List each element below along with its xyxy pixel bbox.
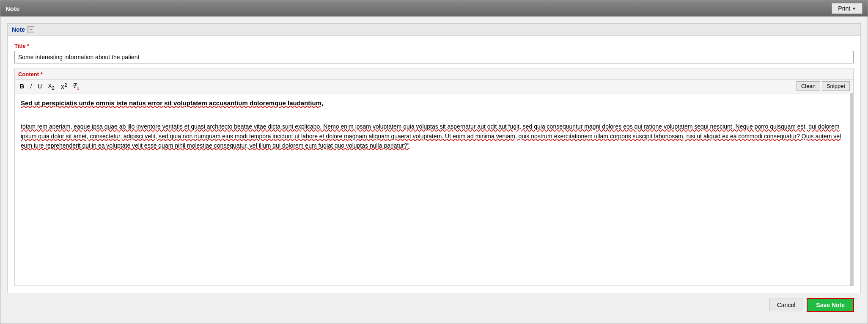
save-note-button[interactable]: Save Note xyxy=(807,298,854,312)
editor-area[interactable]: Sed ut perspiciatis unde omnis iste natu… xyxy=(15,93,853,286)
content-label: Content * xyxy=(18,71,43,77)
collapse-button[interactable]: − xyxy=(27,26,34,33)
title-field-group: Title * xyxy=(14,43,854,63)
window-title: Note xyxy=(5,5,19,12)
editor-content: Sed ut perspiciatis unde omnis iste natu… xyxy=(21,99,844,151)
italic-button[interactable]: I xyxy=(28,82,33,91)
window-body: Note − Title * Content * xyxy=(0,16,868,324)
snippet-button[interactable]: Snippet xyxy=(822,81,850,91)
title-label: Title * xyxy=(14,43,854,49)
subscript-suffix: 2 xyxy=(52,85,54,90)
print-dropdown-arrow: ▼ xyxy=(852,6,856,11)
toolbar-left: B I U X2 X2 Tx xyxy=(18,81,81,91)
content-label-bar: Content * xyxy=(15,69,853,80)
editor-first-line: Sed ut perspiciatis unde omnis iste natu… xyxy=(21,99,844,108)
editor-body-text: totam rem aperiam, eaque ipsa quae ab il… xyxy=(21,122,844,150)
strikethrough-button[interactable]: Tx xyxy=(71,81,81,91)
titlebar: Note Print ▼ xyxy=(0,0,868,16)
editor-body-content: totam rem aperiam, eaque ipsa quae ab il… xyxy=(21,123,841,149)
editor-first-line-text: Sed ut perspiciatis unde omnis iste natu… xyxy=(21,99,323,107)
subscript-button[interactable]: X2 xyxy=(46,82,56,91)
section-title: Note xyxy=(12,26,25,33)
title-input[interactable] xyxy=(14,51,854,63)
cancel-button[interactable]: Cancel xyxy=(769,299,804,311)
strikethrough-icon-x: x xyxy=(77,86,79,91)
note-section-panel: Note − Title * Content * xyxy=(7,23,861,293)
superscript-suffix: 2 xyxy=(64,82,67,88)
section-header: Note − xyxy=(8,24,860,36)
content-field-group: Content * B I U X2 X2 xyxy=(14,69,854,286)
editor-toolbar: B I U X2 X2 Tx xyxy=(15,80,853,93)
superscript-button[interactable]: X2 xyxy=(59,81,69,91)
print-label: Print xyxy=(838,5,850,12)
underline-button[interactable]: U xyxy=(36,82,44,91)
clean-button[interactable]: Clean xyxy=(797,81,820,91)
print-button[interactable]: Print ▼ xyxy=(832,3,863,14)
toolbar-right: Clean Snippet xyxy=(797,81,850,91)
bold-button[interactable]: B xyxy=(18,82,26,91)
footer-buttons: Cancel Save Note xyxy=(7,293,861,317)
strikethrough-icon: T xyxy=(73,82,77,89)
main-window: Note Print ▼ Note − Title * xyxy=(0,0,868,324)
section-content: Title * Content * B I U xyxy=(8,36,860,293)
